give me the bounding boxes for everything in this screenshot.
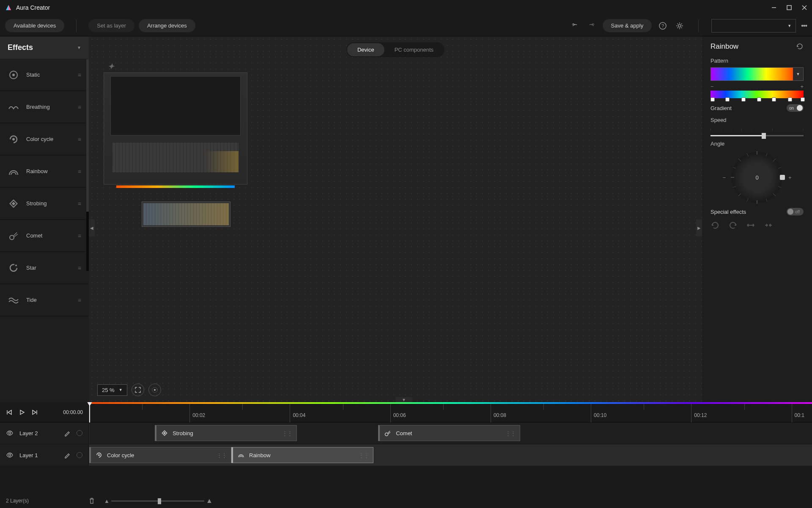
dial-handle[interactable] [780, 175, 785, 180]
delete-layer-icon[interactable] [88, 497, 96, 505]
device-keyboard[interactable] [142, 202, 230, 227]
timeline: 00:00.00 00:0200:0400:0600:0800:1000:120… [0, 402, 812, 508]
visibility-icon[interactable] [6, 451, 14, 459]
svg-rect-3 [787, 6, 791, 10]
more-options-icon[interactable]: ••• [801, 22, 807, 30]
collapse-h-icon [764, 221, 773, 230]
clip-grip-icon[interactable]: ⋮⋮ [217, 452, 227, 458]
ruler-mark: 00:06 [393, 412, 406, 418]
layer-name: Layer 1 [19, 452, 58, 458]
timeline-ruler[interactable]: 00:0200:0400:0600:0800:1000:1200:1 [89, 402, 812, 422]
angle-label: Angle [710, 141, 804, 147]
effects-title: Effects [8, 43, 33, 52]
arrange-devices-button[interactable]: Arrange devices [139, 19, 195, 32]
special-effects-toggle[interactable] [787, 208, 804, 215]
drag-grip-icon: ≡ [78, 72, 81, 78]
help-icon[interactable]: ? [657, 20, 669, 32]
svg-line-30 [766, 199, 767, 202]
tab-device[interactable]: Device [347, 43, 384, 56]
pattern-label: Pattern [710, 58, 804, 64]
clip-name: Strobing [173, 430, 193, 436]
expand-h-icon [746, 221, 755, 230]
clip-grip-icon[interactable]: ⋮⋮ [282, 430, 292, 436]
svg-line-26 [766, 153, 767, 156]
visibility-icon[interactable] [6, 429, 14, 437]
tab-pc-components[interactable]: PC components [384, 43, 444, 56]
timeline-zoom-slider[interactable] [111, 500, 204, 502]
layer-color-dot[interactable] [77, 430, 82, 436]
rainbow-icon [8, 166, 19, 177]
angle-dial[interactable]: 0 [732, 152, 782, 203]
undo-icon[interactable] [569, 20, 581, 32]
layer-color-dot[interactable] [77, 452, 82, 458]
close-icon[interactable] [802, 5, 807, 10]
effect-rainbow[interactable]: Rainbow ≡ [0, 155, 89, 188]
drag-grip-icon: ≡ [78, 265, 81, 271]
pattern-select[interactable] [710, 67, 804, 81]
effect-star[interactable]: Star ≡ [0, 252, 89, 284]
collapse-bottom-icon[interactable]: ▼ [395, 397, 412, 402]
timeline-clip[interactable]: Color cycle⋮⋮ [89, 447, 231, 463]
gradient-toggle[interactable] [787, 104, 804, 112]
svg-point-8 [678, 25, 681, 27]
timeline-lane[interactable]: Strobing⋮⋮Comet⋮⋮ [89, 422, 812, 444]
clip-grip-icon[interactable]: ⋮⋮ [359, 452, 369, 458]
effect-tide[interactable]: Tide ≡ [0, 284, 89, 316]
colorcycle-icon [95, 451, 103, 459]
timeline-clip[interactable]: Strobing⋮⋮ [155, 425, 297, 441]
effect-static[interactable]: Static ≡ [0, 59, 89, 91]
angle-minus-icon[interactable]: − [722, 174, 726, 181]
timeline-lane[interactable]: Color cycle⋮⋮Rainbow⋮⋮ [89, 444, 812, 466]
gradient-editor[interactable] [710, 91, 804, 98]
canvas[interactable]: Device PC components ✦ ◀ ▶ ▼ 25 % [89, 36, 702, 402]
edit-layer-icon[interactable] [64, 452, 71, 458]
ruler-mark: 00:04 [293, 412, 305, 418]
effect-color-cycle[interactable]: Color cycle ≡ [0, 123, 89, 155]
effect-label: Color cycle [26, 136, 78, 142]
collapse-left-icon[interactable]: ◀ [89, 219, 95, 236]
clip-name: Comet [396, 430, 412, 436]
collapse-right-icon[interactable]: ▶ [696, 219, 702, 236]
svg-point-10 [12, 74, 15, 76]
svg-rect-36 [163, 432, 166, 434]
zoom-in-icon[interactable]: ▲ [206, 497, 213, 505]
profile-dropdown[interactable] [711, 19, 796, 33]
zoom-out-icon[interactable]: ▲ [104, 498, 110, 504]
edit-layer-icon[interactable] [64, 430, 71, 436]
svg-text:?: ? [661, 23, 664, 28]
speed-slider[interactable]: |··|··|··| [710, 135, 804, 136]
zoom-value: 25 % [102, 387, 115, 393]
maximize-icon[interactable] [787, 5, 792, 10]
angle-plus-icon[interactable]: + [788, 174, 792, 181]
redo-icon[interactable] [586, 20, 598, 32]
minus-icon[interactable]: − [710, 83, 714, 90]
effect-comet[interactable]: Comet ≡ [0, 220, 89, 252]
timeline-clip[interactable]: Comet⋮⋮ [378, 425, 520, 441]
set-as-layer-button[interactable]: Set as layer [88, 19, 134, 32]
fit-screen-icon[interactable] [132, 384, 144, 396]
toolbar-separator [698, 19, 699, 32]
play-icon[interactable] [19, 409, 25, 416]
minimize-icon[interactable] [771, 5, 776, 10]
effect-strobing[interactable]: Strobing ≡ [0, 188, 89, 220]
plus-icon[interactable]: + [800, 83, 804, 90]
effects-header[interactable]: Effects ▼ [0, 36, 89, 59]
settings-icon[interactable] [674, 20, 686, 32]
skip-end-icon[interactable] [31, 409, 38, 416]
skip-start-icon[interactable] [6, 409, 13, 416]
drag-grip-icon: ≡ [78, 297, 81, 304]
timeline-clip[interactable]: Rainbow⋮⋮ [231, 447, 373, 463]
zoom-select[interactable]: 25 % [97, 384, 127, 396]
rog-logo-icon: ✦ [108, 62, 114, 71]
center-icon[interactable] [148, 384, 161, 396]
svg-line-23 [738, 159, 741, 161]
device-laptop[interactable]: ✦ [104, 62, 247, 185]
view-tabs: Device PC components [346, 42, 444, 57]
playhead[interactable] [89, 402, 90, 422]
effect-breathing[interactable]: Breathing ≡ [0, 91, 89, 123]
save-apply-button[interactable]: Save & apply [603, 19, 652, 32]
clip-grip-icon[interactable]: ⋮⋮ [505, 430, 516, 436]
reset-icon[interactable] [796, 43, 804, 50]
available-devices-button[interactable]: Available devices [5, 19, 64, 32]
svg-line-27 [747, 153, 748, 156]
